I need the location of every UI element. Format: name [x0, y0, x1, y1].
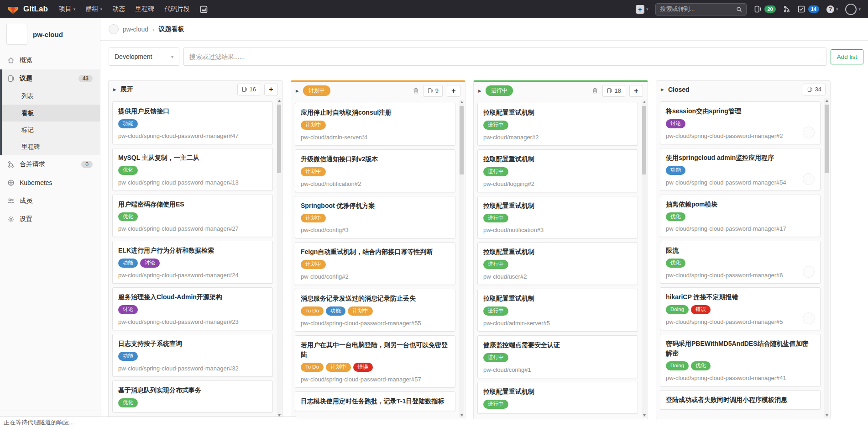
sidebar-item-issues[interactable]: 议题 43: [2, 69, 100, 88]
nav-milestones[interactable]: 里程碑: [135, 5, 154, 13]
card-label[interactable]: To Do: [301, 306, 324, 316]
board-card[interactable]: 若用户在其中一台电脑登陆，则另一台也可以免密登陆 To Do计划中错误 pw-c…: [295, 335, 455, 388]
card-label[interactable]: Doing: [666, 361, 689, 370]
new-menu-button[interactable]: + ▾: [636, 5, 648, 14]
board-card[interactable]: MySQL 主从复制，一主二从 优化 pw-cloud/spring-cloud…: [112, 148, 273, 191]
card-label[interactable]: 讨论: [118, 305, 138, 314]
collapse-column-icon[interactable]: ▶: [296, 89, 299, 93]
scroll-down-icon[interactable]: [642, 413, 647, 418]
board-card[interactable]: 健康监控端点需要安全认证 进行中 pw-cloud/config#1: [477, 335, 638, 378]
board-card[interactable]: 日志支持按子系统查询 功能 pw-cloud/spring-cloud-pass…: [112, 334, 273, 377]
card-label[interactable]: 进行中: [483, 167, 508, 176]
board-card[interactable]: 提供用户反馈接口 功能 pw-cloud/spring-cloud-passwo…: [112, 101, 273, 144]
card-label[interactable]: 进行中: [483, 400, 508, 409]
card-label[interactable]: 计划中: [301, 121, 326, 130]
board-card[interactable]: 将session交由spring管理 讨论 pw-cloud/spring-cl…: [660, 101, 821, 144]
board-card[interactable]: 使用springcloud admin监控应用程序 功能 pw-cloud/sp…: [660, 148, 821, 191]
board-card[interactable]: 消息服务记录发送过的消息记录防止丢失 To Do功能计划中 pw-cloud/s…: [295, 289, 455, 332]
card-label[interactable]: 计划中: [326, 363, 351, 372]
card-label[interactable]: 优化: [691, 361, 711, 370]
project-header[interactable]: pw-cloud: [0, 18, 100, 51]
card-label[interactable]: 计划中: [348, 306, 373, 316]
card-label[interactable]: 功能: [118, 352, 138, 361]
sidebar-item-kubernetes[interactable]: Kubernetes: [0, 174, 100, 192]
sidebar-item-labels[interactable]: 标记: [2, 122, 100, 138]
scrollbar-thumb[interactable]: [277, 105, 281, 173]
board-card[interactable]: 登陆成功或者失败同时调用小程序模板消息: [660, 390, 821, 410]
navbar-issues-button[interactable]: 20: [754, 5, 775, 13]
scroll-up-icon[interactable]: [277, 98, 282, 103]
card-label[interactable]: 错误: [691, 305, 711, 314]
gitlab-logo-icon[interactable]: [7, 4, 19, 15]
collapse-column-icon[interactable]: ▶: [661, 87, 664, 92]
board-card[interactable]: 服务治理接入Cloud-Admin开源架构 讨论 pw-cloud/spring…: [112, 287, 273, 330]
board-card[interactable]: 基于消息队列实现分布式事务 优化: [112, 380, 273, 412]
card-label[interactable]: 功能: [666, 166, 685, 175]
card-label[interactable]: 功能: [326, 306, 345, 316]
card-label[interactable]: 优化: [118, 212, 138, 222]
collapse-column-icon[interactable]: ▶: [113, 87, 116, 92]
board-card[interactable]: 日志模块使用定时任务跑批，记录T-1日登陆数指标: [295, 391, 455, 411]
card-label[interactable]: 优化: [666, 259, 685, 268]
global-search-input[interactable]: 搜索或转到...: [655, 3, 747, 16]
card-label[interactable]: 进行中: [483, 306, 508, 316]
add-issue-button[interactable]: +: [629, 85, 643, 97]
scrollbar-thumb[interactable]: [460, 106, 464, 174]
add-list-button[interactable]: Add list: [831, 49, 863, 64]
card-assignee-avatar[interactable]: [803, 266, 815, 278]
card-label[interactable]: 错误: [353, 363, 373, 372]
board-card[interactable]: 升级微信通知接口到v2版本 计划中 pw-cloud/notification#…: [295, 149, 455, 192]
help-menu-button[interactable]: ? ▾: [826, 5, 838, 13]
board-card[interactable]: ELK进行用户行为分析和数据检索 功能讨论 pw-cloud/spring-cl…: [112, 241, 273, 284]
nav-groups[interactable]: 群组 ▾: [85, 5, 102, 13]
card-label[interactable]: 功能: [118, 259, 138, 268]
board-card[interactable]: hikariCP 连接不定期报错 Doing错误 pw-cloud/spring…: [660, 287, 821, 330]
delete-list-icon[interactable]: [592, 87, 598, 94]
nav-activity[interactable]: 动态: [112, 5, 125, 13]
card-label[interactable]: 优化: [118, 166, 138, 175]
sidebar-item-settings[interactable]: 设置: [0, 210, 100, 228]
board-card[interactable]: 抽离依赖pom模块 优化 pw-cloud/spring-cloud-passw…: [660, 195, 821, 238]
board-card[interactable]: 拉取配置重试机制 进行中 pw-cloud/user#2: [477, 242, 638, 285]
column-scrollbar[interactable]: [824, 98, 829, 418]
card-label[interactable]: 讨论: [666, 119, 685, 128]
user-menu-button[interactable]: ▾: [845, 4, 861, 15]
board-card[interactable]: 拉取配置重试机制 进行中 pw-cloud/logging#2: [477, 149, 638, 192]
charts-icon[interactable]: [200, 5, 208, 13]
sidebar-item-issue-board[interactable]: 看板: [2, 105, 100, 122]
sidebar-item-merge-requests[interactable]: 合并请求 0: [0, 155, 100, 174]
scroll-down-icon[interactable]: [459, 413, 464, 418]
card-assignee-avatar[interactable]: [803, 173, 815, 185]
sidebar-item-issue-list[interactable]: 列表: [2, 88, 100, 105]
sidebar-item-members[interactable]: 成员: [0, 192, 100, 210]
add-issue-button[interactable]: +: [264, 84, 278, 95]
card-assignee-avatar[interactable]: [803, 312, 815, 324]
scroll-down-icon[interactable]: [824, 413, 829, 418]
card-label[interactable]: 功能: [118, 119, 138, 128]
card-label[interactable]: 计划中: [301, 260, 326, 269]
board-card[interactable]: 拉取配置重试机制 进行中: [477, 382, 638, 414]
column-scrollbar[interactable]: [642, 100, 647, 418]
sidebar-item-milestones[interactable]: 里程碑: [2, 138, 100, 155]
brand-name[interactable]: GitLab: [23, 5, 48, 14]
delete-list-icon[interactable]: [413, 87, 419, 94]
board-card[interactable]: 拉取配置重试机制 进行中 pw-cloud/manager#2: [477, 103, 638, 146]
card-label[interactable]: 优化: [118, 398, 138, 407]
scrollbar-thumb[interactable]: [825, 105, 829, 173]
scroll-up-icon[interactable]: [642, 100, 647, 105]
sidebar-item-overview[interactable]: 概览: [0, 51, 100, 69]
board-card[interactable]: 拉取配置重试机制 进行中 pw-cloud/notification#3: [477, 196, 638, 239]
board-card[interactable]: 用户端密码存储使用ES 优化 pw-cloud/spring-cloud-pas…: [112, 195, 273, 238]
card-label[interactable]: Doing: [666, 305, 689, 314]
card-label[interactable]: 计划中: [301, 214, 326, 223]
card-label[interactable]: 进行中: [483, 121, 508, 130]
board-card[interactable]: Feign自动重试机制，结合内部接口幂等性判断 计划中 pw-cloud/con…: [295, 242, 455, 285]
card-label[interactable]: 进行中: [483, 214, 508, 223]
scroll-up-icon[interactable]: [824, 98, 829, 103]
card-label[interactable]: 计划中: [301, 167, 326, 176]
card-label[interactable]: To Do: [301, 363, 324, 372]
navbar-merge-requests-button[interactable]: [783, 5, 790, 13]
card-label[interactable]: 讨论: [140, 259, 160, 268]
board-switcher-select[interactable]: Development ▾: [109, 48, 179, 66]
board-card[interactable]: 拉取配置重试机制 进行中 pw-cloud/admin-server#5: [477, 289, 638, 332]
